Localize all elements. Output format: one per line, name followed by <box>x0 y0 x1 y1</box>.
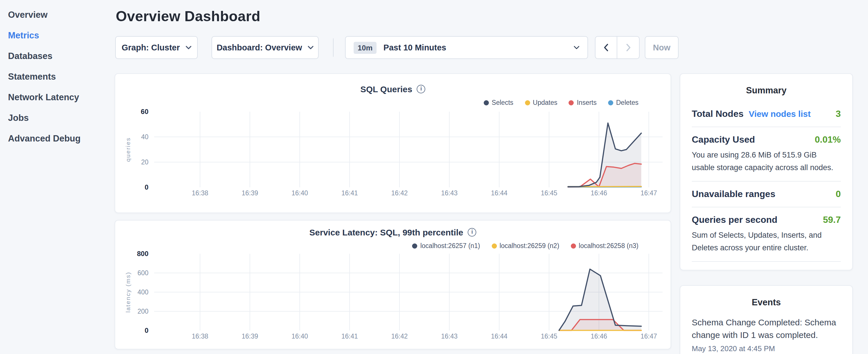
service-latency-chart-card: 16:3816:3916:4016:4116:4216:4316:4416:45… <box>115 220 671 349</box>
sql-queries-chart-card: 16:3816:3916:4016:4116:4216:4316:4416:45… <box>115 73 671 213</box>
dashboard-dropdown[interactable]: Dashboard: Overview <box>212 36 319 59</box>
sidebar: Overview Metrics Databases Statements Ne… <box>0 0 115 149</box>
chart-title: Service Latency: SQL, 99th percentile <box>309 227 463 237</box>
summary-row-label: Capacity Used <box>692 135 755 145</box>
legend-item[interactable]: Selects <box>484 99 513 106</box>
svg-text:200: 200 <box>137 308 149 315</box>
sidebar-item-jobs[interactable]: Jobs <box>0 108 115 128</box>
time-range-selector[interactable]: 10m Past 10 Minutes <box>345 36 588 59</box>
info-icon[interactable]: i <box>468 228 476 236</box>
summary-row-unavailable-ranges: Unavailable ranges 0 <box>692 181 841 207</box>
svg-text:16:41: 16:41 <box>341 332 358 340</box>
legend-label: localhost:26257 (n1) <box>421 242 480 249</box>
view-nodes-list-link[interactable]: View nodes list <box>749 109 811 119</box>
time-range-badge: 10m <box>353 41 376 54</box>
sidebar-item-overview[interactable]: Overview <box>0 5 115 25</box>
svg-text:60: 60 <box>141 108 149 116</box>
summary-row-value: 0.01% <box>815 135 841 145</box>
svg-text:16:43: 16:43 <box>441 189 458 197</box>
svg-text:20: 20 <box>141 158 149 166</box>
svg-text:queries: queries <box>125 137 131 162</box>
legend-swatch <box>525 100 530 105</box>
summary-row-p99-latency: P99 latency 46.1 ms <box>692 261 841 270</box>
svg-text:16:44: 16:44 <box>491 332 507 340</box>
summary-row-label: Unavailable ranges <box>692 189 775 199</box>
legend-swatch <box>412 243 417 248</box>
legend-swatch <box>571 243 576 248</box>
legend-swatch <box>569 100 574 105</box>
summary-row-queries-per-second: Queries per second 59.7 Sum of Selects, … <box>692 207 841 261</box>
chevron-down-icon <box>574 46 580 49</box>
svg-text:16:41: 16:41 <box>341 189 358 197</box>
service-latency-chart-plot[interactable]: 16:3816:3916:4016:4116:4216:4316:4416:45… <box>115 221 672 350</box>
chart-legend: localhost:26257 (n1)localhost:26259 (n2)… <box>412 242 639 249</box>
legend-item[interactable]: Deletes <box>608 99 639 106</box>
svg-text:16:47: 16:47 <box>641 189 657 197</box>
legend-item[interactable]: Inserts <box>569 99 597 106</box>
previous-time-button[interactable] <box>595 36 617 59</box>
events-panel: Events Schema Change Completed: Schema c… <box>680 285 853 354</box>
svg-text:800: 800 <box>137 250 149 257</box>
sidebar-item-statements[interactable]: Statements <box>0 66 115 87</box>
legend-item[interactable]: localhost:26257 (n1) <box>412 242 480 249</box>
chevron-right-icon <box>626 43 631 52</box>
svg-text:16:46: 16:46 <box>591 332 607 340</box>
toolbar-divider <box>333 38 334 57</box>
summary-row-value: 59.7 <box>823 215 841 225</box>
legend-item[interactable]: localhost:26258 (n3) <box>571 242 639 249</box>
sidebar-item-metrics[interactable]: Metrics <box>0 25 115 46</box>
chart-title: SQL Queries <box>360 84 412 94</box>
svg-text:0: 0 <box>145 326 149 334</box>
svg-text:16:45: 16:45 <box>541 332 557 340</box>
summary-row-value: 46.1 ms <box>807 269 841 270</box>
svg-text:16:42: 16:42 <box>391 332 408 340</box>
db-console-page: Overview Metrics Databases Statements Ne… <box>0 0 868 354</box>
sidebar-item-advanced-debug[interactable]: Advanced Debug <box>0 128 115 149</box>
main-content: Overview Dashboard Graph: Cluster Dashbo… <box>115 0 671 354</box>
page-title: Overview Dashboard <box>116 8 260 25</box>
svg-text:16:40: 16:40 <box>291 189 308 197</box>
svg-text:400: 400 <box>137 288 149 296</box>
sql-queries-chart-plot[interactable]: 16:3816:3916:4016:4116:4216:4316:4416:45… <box>115 74 672 214</box>
legend-item[interactable]: localhost:26259 (n2) <box>492 242 559 249</box>
svg-text:16:47: 16:47 <box>641 332 657 340</box>
info-icon[interactable]: i <box>417 85 426 93</box>
time-range-label: Past 10 Minutes <box>383 43 446 52</box>
chart-legend: SelectsUpdatesInsertsDeletes <box>484 99 639 106</box>
next-time-button[interactable] <box>617 36 640 59</box>
summary-row-label: P99 latency <box>692 269 742 270</box>
legend-swatch <box>492 243 497 248</box>
legend-label: localhost:26258 (n3) <box>579 242 639 249</box>
chart-title-row: SQL Queries i <box>115 84 671 94</box>
legend-label: Updates <box>533 99 557 106</box>
svg-text:16:45: 16:45 <box>541 189 557 197</box>
svg-text:16:40: 16:40 <box>291 332 308 340</box>
chevron-left-icon <box>603 43 609 52</box>
legend-item[interactable]: Updates <box>525 99 557 106</box>
svg-text:16:46: 16:46 <box>591 189 607 197</box>
legend-label: Selects <box>492 99 513 106</box>
right-column: Summary Total Nodes View nodes list 3 Ca… <box>680 73 853 354</box>
summary-title: Summary <box>692 74 841 96</box>
svg-text:16:44: 16:44 <box>491 189 507 197</box>
svg-text:16:38: 16:38 <box>192 189 208 197</box>
event-timestamp: May 13, 2020 at 4:45 PM <box>692 344 841 353</box>
svg-text:16:43: 16:43 <box>441 332 458 340</box>
svg-text:0: 0 <box>145 183 149 191</box>
summary-row-capacity-used: Capacity Used 0.01% You are using 28.6 M… <box>692 127 841 181</box>
summary-row-total-nodes: Total Nodes View nodes list 3 <box>692 101 841 127</box>
events-title: Events <box>692 286 841 308</box>
event-message: Schema Change Completed: Schema change w… <box>692 316 841 341</box>
svg-text:16:39: 16:39 <box>242 332 258 340</box>
chart-title-row: Service Latency: SQL, 99th percentile i <box>115 227 671 237</box>
sidebar-item-network-latency[interactable]: Network Latency <box>0 87 115 108</box>
summary-row-description: Sum of Selects, Updates, Inserts, and De… <box>692 229 841 254</box>
sidebar-item-databases[interactable]: Databases <box>0 46 115 66</box>
summary-row-value: 0 <box>836 189 841 199</box>
event-list-item: Schema Change Completed: Schema change w… <box>692 316 841 353</box>
graph-scope-label: Graph: Cluster <box>122 43 180 52</box>
legend-label: Deletes <box>616 99 639 106</box>
legend-swatch <box>608 100 613 105</box>
graph-scope-dropdown[interactable]: Graph: Cluster <box>115 36 198 59</box>
now-button[interactable]: Now <box>645 36 679 59</box>
